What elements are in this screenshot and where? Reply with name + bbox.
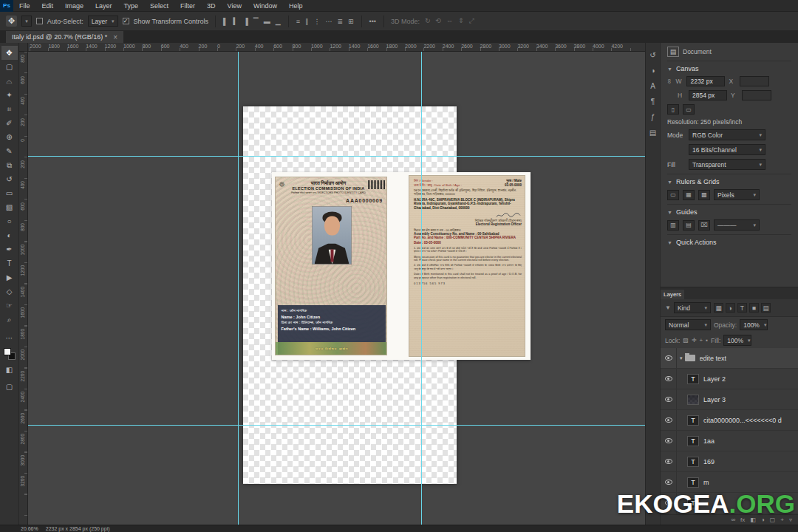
auto-select-dropdown[interactable]: Layer▾	[88, 16, 118, 27]
pen-tool[interactable]: ✒	[1, 242, 18, 256]
height-field[interactable]: 2854 px	[689, 90, 727, 100]
paragraph-panel-icon[interactable]: ¶	[651, 98, 655, 106]
rulers-grids-section-header[interactable]: ▼Rulers & Grids	[667, 174, 791, 185]
3d-drag-icon[interactable]: ⇔	[446, 17, 454, 25]
guides-section-header[interactable]: ▼Guides	[667, 204, 791, 216]
visibility-toggle[interactable]	[661, 348, 677, 368]
chevron-down-icon[interactable]: ▾	[680, 355, 683, 361]
glyphs-panel-icon[interactable]: ƒ	[651, 113, 655, 121]
layer-row[interactable]: Layer 3	[661, 389, 798, 410]
visibility-toggle[interactable]	[661, 451, 677, 471]
menu-item-help[interactable]: Help	[283, 0, 309, 12]
magic-wand-tool[interactable]: ✦	[1, 88, 18, 102]
mode-dropdown[interactable]: RGB Color▾	[689, 129, 765, 140]
distribute-horizontal-icon[interactable]: ∥	[304, 18, 310, 25]
orientation-portrait-icon[interactable]: ▯	[667, 104, 679, 115]
width-field[interactable]: 2232 px	[686, 76, 725, 86]
lock-position-icon[interactable]: +	[700, 337, 703, 344]
canvas-section-header[interactable]: ▼Canvas	[667, 61, 791, 72]
align-top-edges-icon[interactable]: ▔	[253, 18, 259, 25]
move-tool[interactable]: ✥	[1, 46, 18, 60]
menu-item-select[interactable]: Select	[144, 0, 174, 12]
distribute-right-icon[interactable]: ≣	[336, 18, 344, 25]
vertical-guide[interactable]	[238, 52, 239, 525]
align-left-edges-icon[interactable]: ▌	[222, 18, 228, 25]
foreground-background-colors[interactable]	[4, 348, 16, 360]
3d-roll-icon[interactable]: ⟲	[435, 17, 443, 25]
layer-row[interactable]: Tcita0000000...<<<<<<<0 d	[661, 410, 798, 431]
quick-actions-section-header[interactable]: ▼Quick Actions	[667, 234, 791, 246]
adjustments-panel-icon[interactable]: ◑	[650, 66, 655, 75]
toggle-grid-icon[interactable]: ▦	[683, 190, 695, 200]
zoom-level[interactable]: 20.66%	[21, 526, 38, 531]
menu-item-view[interactable]: View	[222, 0, 248, 12]
align-horizontal-centers-icon[interactable]: ▍	[232, 18, 239, 25]
blur-tool[interactable]: ○	[1, 214, 18, 228]
menu-item-3d[interactable]: 3D	[201, 0, 222, 12]
brush-tool[interactable]: ✎	[1, 144, 18, 158]
3d-slide-icon[interactable]: ⇕	[457, 17, 465, 25]
horizontal-ruler[interactable]: 2000180016001400120010008006004002000200…	[19, 43, 645, 52]
distribute-spacing-icon[interactable]: ⊞	[347, 18, 355, 25]
new-guide-layout-icon[interactable]: ▥	[667, 220, 679, 231]
vertical-ruler[interactable]: 8006004002000200400600800100012001400160…	[19, 52, 28, 525]
lock-all-icon[interactable]: ▪	[706, 337, 708, 344]
lock-guides-icon[interactable]: ▤	[683, 220, 695, 231]
toggle-rulers-icon[interactable]: ▭	[667, 190, 679, 200]
menu-item-edit[interactable]: Edit	[36, 0, 60, 12]
3d-scale-icon[interactable]: ⤢	[468, 17, 475, 25]
bit-depth-dropdown[interactable]: 16 Bits/Channel▾	[689, 144, 765, 155]
quick-mask-icon[interactable]: ◧	[1, 363, 18, 377]
path-select-tool[interactable]: ▶	[1, 270, 18, 284]
document-info[interactable]: 2232 px x 2854 px (250 ppi)	[46, 526, 110, 531]
menu-item-file[interactable]: File	[13, 0, 36, 12]
menu-item-image[interactable]: Image	[59, 0, 89, 12]
document-tab[interactable]: Italy id.psd @ 20.7% (RGB/16) * ×	[6, 31, 123, 43]
visibility-toggle[interactable]	[661, 389, 677, 409]
auto-select-checkbox[interactable]	[36, 18, 43, 24]
menu-item-type[interactable]: Type	[118, 0, 145, 12]
lasso-tool[interactable]: ⌓	[1, 74, 18, 88]
clear-guides-icon[interactable]: ⌧	[698, 220, 710, 231]
shape-tool[interactable]: ◇	[1, 284, 18, 299]
current-tool-icon[interactable]: ✥	[6, 16, 17, 27]
visibility-toggle[interactable]	[661, 431, 677, 451]
3d-rotate-icon[interactable]: ↻	[424, 17, 432, 25]
kind-dropdown[interactable]: Kind▾	[674, 302, 711, 313]
x-field[interactable]	[740, 76, 769, 86]
eyedropper-tool[interactable]: ✐	[1, 116, 18, 130]
filter-smart-objects-icon[interactable]: ▤	[761, 303, 771, 313]
id-scan-image[interactable]: ☸ भारत निर्वाचन आयोग ELECTION COMMISSION…	[272, 172, 531, 360]
snap-icon[interactable]: ▩	[698, 190, 710, 200]
filter-type-layers-icon[interactable]: T	[737, 303, 747, 313]
eraser-tool[interactable]: ▭	[1, 186, 18, 200]
character-panel-icon[interactable]: A	[650, 82, 655, 90]
libraries-panel-icon[interactable]: ▤	[649, 129, 656, 137]
layer-row[interactable]: T1aa	[661, 431, 798, 451]
menu-item-layer[interactable]: Layer	[89, 0, 118, 12]
align-bottom-edges-icon[interactable]: ▁	[275, 18, 282, 25]
healing-brush-tool[interactable]: ⊕	[1, 130, 18, 144]
filter-shape-layers-icon[interactable]: ■	[749, 303, 759, 313]
blend-mode-dropdown[interactable]: Normal▾	[665, 319, 711, 330]
marquee-tool[interactable]: ▢	[1, 60, 18, 74]
more-tools-icon[interactable]: ⋯	[1, 331, 18, 345]
history-brush-tool[interactable]: ↺	[1, 172, 18, 186]
zoom-tool[interactable]: ⌕	[1, 313, 18, 327]
opacity-dropdown[interactable]: 100%▾	[740, 319, 768, 330]
menu-item-window[interactable]: Window	[248, 0, 283, 12]
foreground-color[interactable]	[4, 348, 11, 355]
orientation-landscape-icon[interactable]: ▭	[683, 104, 695, 115]
menu-item-filter[interactable]: Filter	[174, 0, 201, 12]
tab-layers[interactable]: Layers	[661, 290, 684, 299]
lock-pixels-icon[interactable]: ✛	[692, 337, 697, 344]
distribute-left-icon[interactable]: ⋮	[313, 18, 321, 25]
tool-preset-chevron-icon[interactable]: ▾	[21, 16, 32, 27]
horizontal-guide[interactable]	[19, 156, 645, 157]
horizontal-guide[interactable]	[19, 425, 645, 426]
layers-fill-dropdown[interactable]: 100%▾	[723, 335, 751, 346]
distribute-vertical-icon[interactable]: ≡	[296, 18, 301, 25]
fill-dropdown[interactable]: Transparent▾	[689, 159, 765, 170]
y-field[interactable]	[742, 90, 771, 100]
align-right-edges-icon[interactable]: ▐	[242, 18, 248, 25]
